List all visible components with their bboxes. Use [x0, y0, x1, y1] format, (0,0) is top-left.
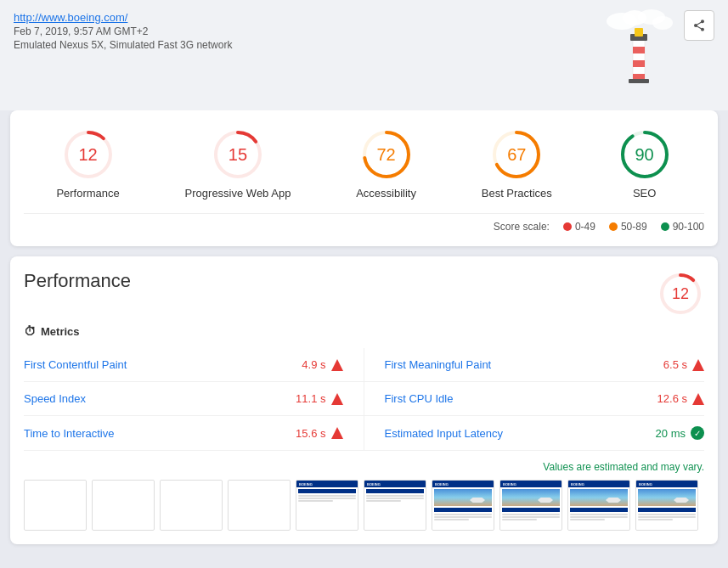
metric-row: Time to Interactive 15.6 s — [24, 416, 364, 451]
metric-value: 6.5 s — [663, 358, 687, 371]
filmstrip-frame: BOEING — [567, 480, 630, 531]
svg-rect-9 — [635, 28, 643, 37]
boeing-logo-text: BOEING — [435, 482, 449, 486]
metric-value-group: 12.6 s — [657, 392, 704, 405]
stopwatch-icon: ⏱ — [24, 324, 36, 338]
boeing-blue-bar — [638, 508, 696, 512]
boeing-text-lines — [570, 514, 628, 520]
perf-score-circle: 12 — [657, 270, 704, 318]
score-number-pwa: 15 — [229, 145, 247, 165]
boeing-content — [296, 487, 358, 530]
score-item-accessibility[interactable]: 72 Accessibility — [356, 127, 416, 200]
boeing-preview: BOEING — [568, 481, 629, 530]
filmstrip-frame — [160, 480, 223, 531]
metric-row: First Contentful Paint 4.9 s — [24, 348, 364, 382]
plane-shape — [470, 498, 485, 503]
scale-label: Score scale: — [494, 221, 550, 233]
score-circle-best-practices: 67 — [489, 127, 544, 182]
boeing-image — [570, 489, 628, 506]
site-url[interactable]: http://www.boeing.com/ — [14, 11, 127, 24]
score-label-pwa: Progressive Web App — [185, 187, 291, 200]
score-number-best-practices: 67 — [507, 145, 526, 165]
text-line — [638, 514, 696, 515]
metric-name[interactable]: Time to Interactive — [24, 427, 114, 440]
warn-icon — [692, 359, 704, 371]
text-line — [298, 495, 356, 497]
share-icon — [692, 19, 706, 32]
boeing-header: BOEING — [636, 481, 697, 487]
metrics-grid: First Contentful Paint 4.9 s First Meani… — [24, 348, 704, 451]
text-line — [502, 516, 560, 518]
scores-card: 12 Performance 15 Progressive Web App 72… — [10, 110, 718, 246]
svg-rect-10 — [629, 79, 649, 83]
boeing-content — [364, 487, 426, 530]
score-circle-accessibility: 72 — [359, 127, 414, 182]
header: http://www.boeing.com/ Feb 7, 2019, 9:57… — [0, 0, 728, 110]
perf-score-value: 12 — [672, 285, 689, 303]
scale-green-label: 90-100 — [673, 221, 704, 233]
scale-green: 90-100 — [661, 221, 704, 233]
boeing-blue-bar — [502, 508, 560, 512]
boeing-text-lines — [434, 514, 492, 520]
text-line — [366, 495, 424, 497]
plane-shape — [606, 498, 621, 503]
metric-name[interactable]: First Contentful Paint — [24, 358, 127, 371]
boeing-preview: BOEING — [296, 481, 358, 530]
boeing-logo-text: BOEING — [639, 482, 652, 486]
score-item-seo[interactable]: 90 SEO — [618, 127, 672, 200]
metrics-label: Metrics — [41, 325, 80, 338]
text-line — [502, 514, 560, 515]
filmstrip-frame: BOEING — [432, 480, 494, 531]
metric-name[interactable]: Speed Index — [24, 392, 86, 405]
score-label-best-practices: Best Practices — [482, 187, 552, 200]
text-line — [570, 514, 628, 515]
score-item-performance[interactable]: 12 Performance — [56, 127, 119, 200]
boeing-logo-text: BOEING — [571, 482, 584, 486]
metric-value: 12.6 s — [657, 392, 687, 405]
metric-row: First CPU Idle 12.6 s — [364, 382, 705, 416]
boeing-content — [500, 487, 562, 530]
boeing-image — [638, 489, 696, 506]
scores-row: 12 Performance 15 Progressive Web App 72… — [24, 127, 704, 200]
boeing-text-lines — [502, 514, 560, 520]
boeing-blue-bar — [434, 508, 492, 512]
metric-row: Speed Index 11.1 s — [24, 382, 364, 416]
filmstrip-frame: BOEING — [499, 480, 562, 531]
filmstrip-frame — [228, 480, 291, 531]
text-line — [434, 519, 469, 520]
metric-value: 20 ms — [656, 427, 686, 440]
score-circle-seo: 90 — [618, 127, 672, 182]
boeing-logo-text: BOEING — [367, 482, 381, 486]
text-line — [366, 498, 424, 499]
boeing-preview: BOEING — [636, 481, 697, 530]
check-icon: ✓ — [691, 426, 704, 440]
metric-name[interactable]: Estimated Input Latency — [385, 427, 503, 440]
metric-name[interactable]: First Meaningful Paint — [385, 358, 492, 371]
filmstrip-frame: BOEING — [635, 480, 698, 531]
score-item-pwa[interactable]: 15 Progressive Web App — [185, 127, 291, 200]
warn-icon — [331, 359, 343, 371]
score-label-performance: Performance — [56, 187, 119, 200]
filmstrip-note: Values are estimated and may vary. — [24, 461, 704, 473]
boeing-preview: BOEING — [364, 481, 426, 530]
performance-section: Performance 12 ⏱ Metrics First Contentfu… — [10, 256, 718, 544]
metric-value: 4.9 s — [302, 358, 325, 371]
svg-point-3 — [652, 16, 673, 30]
text-line — [434, 516, 492, 518]
boeing-blue-bar — [570, 508, 628, 512]
boeing-header: BOEING — [432, 481, 494, 487]
score-item-best-practices[interactable]: 67 Best Practices — [482, 127, 552, 200]
metric-name[interactable]: First CPU Idle — [385, 392, 454, 405]
filmstrip: BOEING BOEING — [24, 480, 704, 531]
boeing-header: BOEING — [568, 481, 629, 487]
text-line — [366, 500, 401, 502]
perf-header: Performance 12 — [24, 270, 704, 318]
share-button[interactable] — [684, 10, 714, 41]
score-scale: Score scale: 0-49 50-89 90-100 — [24, 213, 704, 233]
svg-rect-5 — [633, 47, 645, 53]
filmstrip-frame — [24, 480, 87, 531]
boeing-image — [434, 489, 492, 506]
score-circle-performance: 12 — [61, 127, 116, 182]
metrics-header: ⏱ Metrics — [24, 324, 704, 338]
boeing-header: BOEING — [296, 481, 358, 487]
